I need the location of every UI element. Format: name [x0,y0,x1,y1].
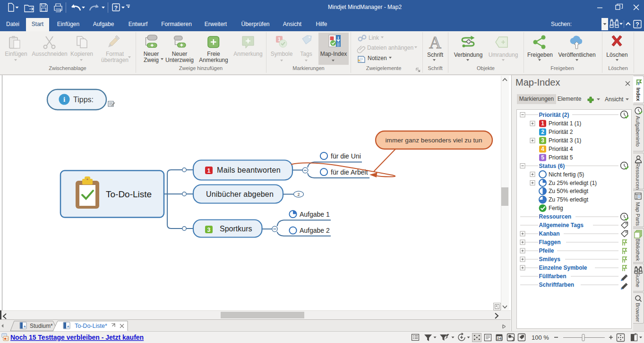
svg-text:4: 4 [541,146,544,152]
svg-text:2: 2 [297,192,300,197]
svg-text:24: 24 [497,336,501,341]
svg-text:Allgemeine Tags: Allgemeine Tags [539,222,584,229]
svg-text:Flaggen: Flaggen [539,239,561,246]
svg-text:Kanban: Kanban [539,230,560,237]
svg-text:Pfeile: Pfeile [539,247,554,254]
svg-text:Studium*: Studium* [30,323,53,329]
svg-text:Einzelne Symbole: Einzelne Symbole [539,264,587,271]
svg-text:Mails beantworten: Mails beantworten [217,166,281,174]
svg-text:Smileys: Smileys [539,256,561,263]
svg-text:3: 3 [541,137,544,144]
svg-text:Status (6): Status (6) [539,163,565,169]
svg-text:Priorität 2: Priorität 2 [549,129,573,135]
svg-text:5: 5 [541,154,544,161]
svg-text:Sportkurs: Sportkurs [220,225,252,233]
svg-text:Zu 75% erledigt: Zu 75% erledigt [549,196,589,203]
svg-text:Noch 15 Testtage verbleiben -: Noch 15 Testtage verbleiben - Jetzt kauf… [10,334,144,341]
svg-text:Füllfarben: Füllfarben [539,273,567,280]
svg-text:1: 1 [541,120,544,127]
svg-text:?: ? [635,21,639,28]
svg-text:100 %: 100 % [532,334,549,341]
svg-text:3: 3 [207,227,211,233]
svg-text:Zu 50% erledigt: Zu 50% erledigt [549,188,589,194]
svg-text:immer ganz besonders viel zu t: immer ganz besonders viel zu tun [385,137,482,144]
svg-text:Priorität 1 (1): Priorität 1 (1) [549,120,581,127]
svg-text:Tipps:: Tipps: [73,96,94,104]
svg-text:To-Do-Liste*: To-Do-Liste* [75,323,107,329]
svg-text:Zu 25% erledigt (1): Zu 25% erledigt (1) [549,180,597,186]
svg-text:Nicht fertig (5): Nicht fertig (5) [549,171,584,178]
svg-text:A: A [429,33,441,52]
svg-text:Priorität 4: Priorität 4 [549,146,573,152]
svg-text:Aufgabe 1: Aufgabe 1 [300,211,330,218]
svg-text:Priorität 5: Priorität 5 [549,154,573,161]
svg-text:Priorität (2): Priorität (2) [539,112,569,118]
svg-text:Fertig: Fertig [549,205,563,211]
svg-text:Aufgabe 2: Aufgabe 2 [300,227,330,234]
svg-text:i: i [63,96,65,103]
svg-text:?: ? [114,5,118,11]
svg-text:2: 2 [541,129,544,135]
svg-text:1: 1 [207,167,211,174]
svg-text:Priorität 3 (1): Priorität 3 (1) [549,137,581,144]
svg-text:für die Uni: für die Uni [331,152,361,160]
svg-text:To-Do-Liste: To-Do-Liste [106,189,152,199]
svg-text:Unibücher abgeben: Unibücher abgeben [206,190,274,198]
svg-text:Schriftfarben: Schriftfarben [539,281,575,288]
svg-text:Ressourcen: Ressourcen [539,213,572,220]
